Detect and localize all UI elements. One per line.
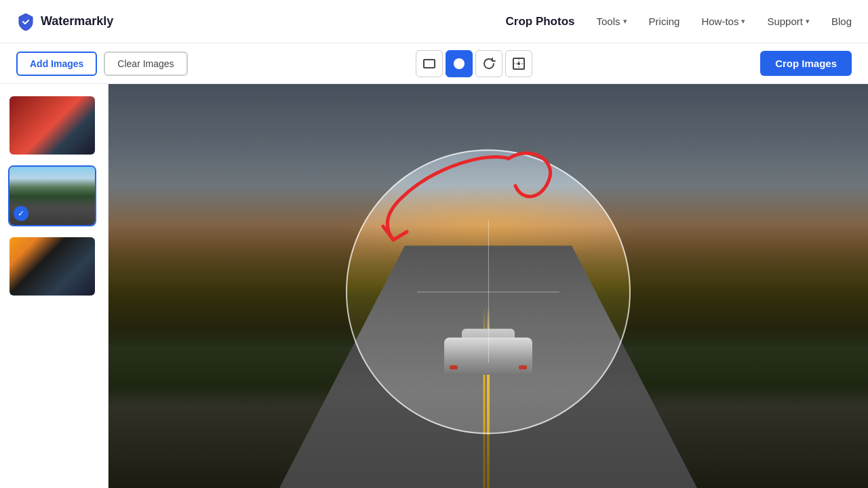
crop-tool-buttons <box>416 50 532 77</box>
navbar: Watermarkly Crop Photos Tools ▾ Pricing … <box>0 0 868 43</box>
toolbar: Add Images Clear Images <box>0 43 868 84</box>
nav-item-blog[interactable]: Blog <box>831 16 852 27</box>
rectangle-icon <box>422 57 436 70</box>
nav-item-support[interactable]: Support ▾ <box>767 16 810 27</box>
chevron-down-icon: ▾ <box>741 17 745 26</box>
brand-logo[interactable]: Watermarkly <box>16 12 113 31</box>
thumb-image-red-car <box>9 96 95 155</box>
shield-icon <box>16 12 35 31</box>
svg-point-1 <box>454 58 465 69</box>
nav-item-how-tos[interactable]: How-tos ▾ <box>701 16 745 27</box>
image-sidebar: ✓ <box>0 84 108 488</box>
nav-item-tools[interactable]: Tools ▾ <box>597 16 627 27</box>
rectangle-crop-tool[interactable] <box>416 50 443 77</box>
crop-circle-container[interactable] <box>346 149 631 434</box>
circle-icon <box>452 57 466 70</box>
chevron-down-icon: ▾ <box>806 17 810 26</box>
nav-item-pricing[interactable]: Pricing <box>649 16 680 27</box>
rotate-icon <box>482 57 496 70</box>
main-content: ✓ <box>0 84 868 488</box>
clear-images-button[interactable]: Clear Images <box>104 52 187 76</box>
navbar-center: Crop Photos Tools ▾ Pricing How-tos ▾ Su… <box>506 15 852 28</box>
brand-name: Watermarkly <box>41 14 113 28</box>
nav-active-crop-photos: Crop Photos <box>506 15 575 28</box>
thumbnail-red-car[interactable] <box>8 95 96 156</box>
crosshair-vertical <box>488 220 489 363</box>
aspect-ratio-tool[interactable] <box>505 50 532 77</box>
circle-crop-tool[interactable] <box>446 50 473 77</box>
svg-rect-0 <box>424 60 435 68</box>
crop-images-button[interactable]: Crop Images <box>760 51 852 76</box>
chevron-down-icon: ▾ <box>623 17 627 26</box>
rotate-tool[interactable] <box>475 50 502 77</box>
thumb-image-dark-car <box>9 237 95 296</box>
thumbnail-road-scene[interactable]: ✓ <box>8 165 96 226</box>
add-images-button[interactable]: Add Images <box>16 52 97 76</box>
aspect-ratio-icon <box>512 57 526 70</box>
toolbar-left: Add Images Clear Images <box>16 52 188 76</box>
main-canvas-image <box>108 84 868 488</box>
thumbnail-dark-car[interactable] <box>8 236 96 297</box>
canvas-area[interactable] <box>108 84 868 488</box>
selected-check-badge: ✓ <box>14 206 28 221</box>
